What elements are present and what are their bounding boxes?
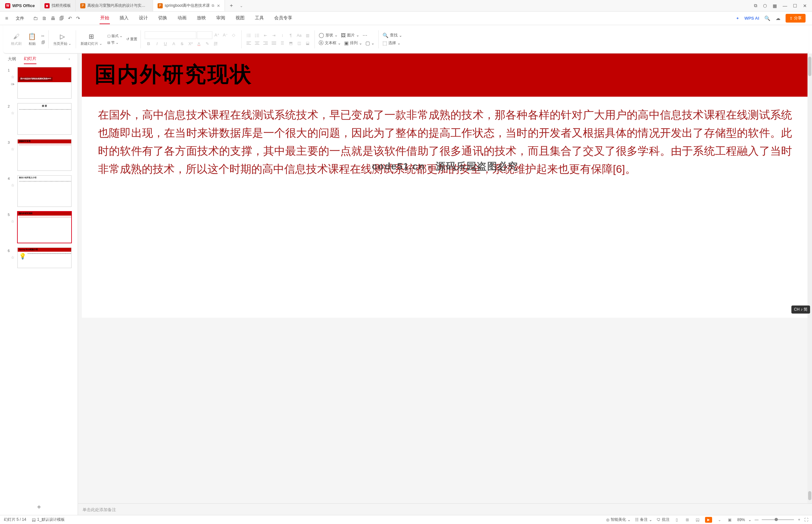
star-icon[interactable]: ☆ (11, 75, 15, 79)
pinyin-icon[interactable]: 拼 (212, 40, 219, 47)
slide-title-box[interactable]: 国内外研究现状 (82, 53, 808, 97)
thumbnail-4[interactable]: 微信小程序意义介绍 ▪▪▪▪▪▪▪▪▪▪▪▪▪▪▪▪▪▪▪▪▪▪▪▪▪▪▪▪▪▪… (17, 175, 71, 207)
comments-toggle[interactable]: 🗨 批注 (657, 517, 669, 522)
star-icon[interactable]: ☆ (11, 255, 15, 260)
highlight-icon[interactable]: ✎ (203, 40, 211, 47)
numbering-icon[interactable]: 123 (254, 33, 260, 38)
search-icon[interactable]: 🔍 (764, 15, 770, 21)
undo-icon[interactable]: ↶ (68, 15, 72, 21)
avatar-icon[interactable]: ▦ (773, 3, 777, 9)
vertical-scrollbar[interactable] (808, 53, 812, 503)
tile-icon[interactable]: ⧉ (754, 3, 757, 9)
arrange-button[interactable]: ▣排列 ⌄ (344, 40, 362, 46)
print-icon[interactable]: 🖶 (51, 15, 55, 21)
present-icon[interactable]: ▣ (727, 517, 733, 523)
beautify-button[interactable]: ◎ 智能美化 ⌄ (606, 517, 631, 522)
align-left-icon[interactable] (246, 40, 252, 46)
menu-tab-member[interactable]: 会员专享 (274, 13, 293, 24)
font-size-select[interactable] (197, 31, 212, 39)
text-direction-icon[interactable]: ¶ (287, 33, 294, 38)
new-tab-button[interactable]: ＋ (225, 0, 238, 11)
menu-tab-slideshow[interactable]: 放映 (196, 13, 206, 24)
layout-button[interactable]: ▢ 版式 ⌄ (107, 33, 122, 38)
tab-template[interactable]: ◆ 找稻壳模板 (40, 0, 76, 11)
clear-format-icon[interactable]: ◇ (230, 32, 237, 39)
valign-top-icon[interactable]: ⬒ (287, 40, 294, 46)
format-painter-button[interactable]: 🖌格式刷 (8, 32, 25, 46)
duplicate-icon[interactable]: ⧉ (212, 3, 214, 8)
minimize-button[interactable]: — (783, 3, 787, 9)
notes-pane[interactable]: 单击此处添加备注 (78, 503, 812, 515)
italic-icon[interactable]: I (153, 40, 161, 47)
menu-tab-start[interactable]: 开始 (100, 13, 110, 24)
zoom-dropdown[interactable]: ⌄ (748, 518, 751, 522)
normal-view-icon[interactable]: ▯ (674, 517, 680, 523)
star-icon[interactable]: ☆ (11, 219, 15, 224)
tab-doc-1[interactable]: P 高校自习室预约系统的设计与实现.pp (76, 0, 153, 11)
menu-tab-review[interactable]: 审阅 (216, 13, 226, 24)
outline-tab[interactable]: 大纲 (8, 54, 16, 64)
star-icon[interactable]: ☆ (11, 183, 15, 187)
valign-bot-icon[interactable]: ⬓ (304, 40, 311, 46)
strike-icon[interactable]: S̶ (178, 40, 186, 47)
cloud-icon[interactable]: ☁ (776, 15, 780, 21)
reset-button[interactable]: ↺ 重置 (126, 37, 137, 41)
slide-canvas[interactable]: 国内外研究现状 在国外，高中信息技术课程在线测试系统技术，早已变成了一款非常成熟… (82, 53, 808, 318)
align-right-icon[interactable] (262, 40, 269, 46)
indent-right-icon[interactable]: ⇥ (271, 33, 277, 38)
picture-button[interactable]: 🖼图片 ⌄ (341, 33, 359, 38)
menu-tab-tools[interactable]: 工具 (254, 13, 265, 24)
increase-font-icon[interactable]: A⁺ (213, 32, 221, 39)
zoom-out-button[interactable]: — (755, 518, 759, 522)
star-icon[interactable]: ☆ (11, 111, 15, 115)
slideshow-dropdown[interactable]: ⌄ (717, 517, 723, 523)
bold-icon[interactable]: B (145, 40, 152, 47)
collapse-sidebar-icon[interactable]: ‹ (69, 57, 70, 61)
align-center-icon[interactable] (254, 40, 260, 46)
more-icon[interactable]: ⋯ (363, 32, 367, 38)
thumbnail-2[interactable]: 摘 要 ▪▪▪▪▪▪▪▪▪▪▪▪▪▪▪▪▪▪▪▪▪▪▪▪▪▪▪▪▪▪▪▪▪▪▪▪… (17, 103, 71, 135)
decrease-font-icon[interactable]: A⁻ (221, 32, 229, 39)
reading-view-icon[interactable]: 🕮 (695, 517, 700, 523)
align-distribute-icon[interactable]: ☰ (279, 40, 285, 46)
underline-icon[interactable]: U (162, 40, 169, 47)
valign-mid-icon[interactable]: ◫ (296, 40, 302, 46)
shadow-icon[interactable]: A (170, 40, 178, 47)
tabs-dropdown[interactable]: ⌄ (238, 0, 245, 11)
fill-icon[interactable]: ▢⌄ (365, 40, 375, 46)
font-color-icon[interactable]: A (195, 40, 203, 47)
columns-icon[interactable]: ▥ (304, 33, 311, 38)
textbox-button[interactable]: Ⓐ文本框 ⌄ (319, 40, 341, 46)
redo-icon[interactable]: ↷ (76, 15, 80, 21)
superscript-icon[interactable]: X² (186, 40, 194, 47)
notes-toggle[interactable]: ☷ 备注 ⌄ (635, 517, 652, 522)
shape-button[interactable]: ◯形状 ⌄ (319, 32, 338, 38)
fit-icon[interactable]: ⛶ (804, 518, 808, 522)
menu-tab-transition[interactable]: 切换 (158, 13, 168, 24)
open-icon[interactable]: 🗀 (33, 15, 38, 21)
sparkle-icon[interactable]: ✦ (736, 16, 739, 21)
paste-button[interactable]: 📋粘贴 (25, 32, 39, 46)
thumbnail-6[interactable]: Spring Boot框架介绍 💡 ▪▪▪▪▪▪▪▪▪▪▪▪▪▪▪▪▪▪▪▪▪▪… (17, 247, 71, 268)
preview-icon[interactable]: 🗐 (59, 15, 64, 21)
menu-tab-view[interactable]: 视图 (235, 13, 245, 24)
menu-icon[interactable]: ≡ (3, 15, 10, 21)
zoom-in-button[interactable]: ＋ (797, 517, 801, 522)
close-button[interactable]: ✕ (803, 3, 807, 9)
menu-tab-insert[interactable]: 插入 (119, 13, 129, 24)
thumbnail-5[interactable]: 国内外研究现状 ▪▪▪▪▪▪▪▪▪▪▪▪▪▪▪▪▪▪▪▪▪▪▪▪▪▪▪▪▪▪▪▪… (17, 211, 71, 243)
maximize-button[interactable]: ☐ (793, 3, 797, 9)
thumbnail-1[interactable]: 高中信息技术课程在线测试系统PPT (17, 67, 71, 99)
wps-ai-button[interactable]: WPS AI (744, 16, 759, 21)
slideshow-button[interactable]: ▶ (705, 517, 712, 523)
slides-tab[interactable]: 幻灯片 (24, 54, 36, 64)
font-family-select[interactable] (145, 31, 196, 39)
cut-icon[interactable]: ✂ (41, 34, 45, 38)
section-button[interactable]: ⊟ 节 ⌄ (107, 40, 122, 45)
change-case-icon[interactable]: Aa (296, 33, 302, 38)
sorter-view-icon[interactable]: ⊞ (684, 517, 690, 523)
tab-doc-2[interactable]: P springboot高中信息技术课 ⧉ ✕ (153, 0, 225, 11)
canvas-area[interactable]: 国内外研究现状 在国外，高中信息技术课程在线测试系统技术，早已变成了一款非常成熟… (78, 53, 812, 503)
star-icon[interactable]: ☆ (11, 147, 15, 151)
indent-left-icon[interactable]: ⇤ (262, 33, 269, 38)
